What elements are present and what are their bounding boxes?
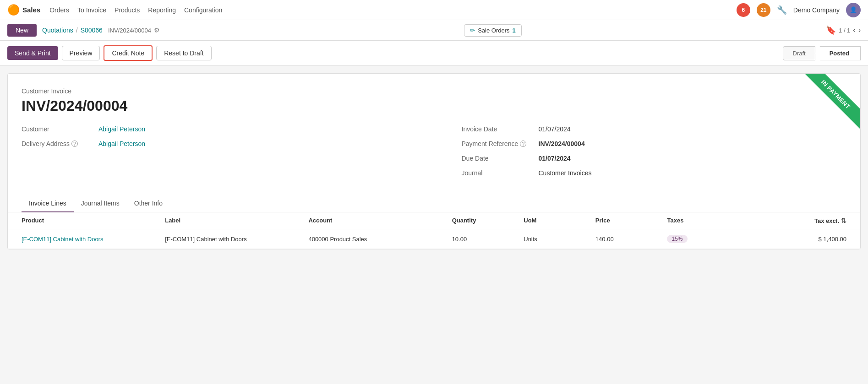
journal-field-row: Journal Customer Invoices xyxy=(462,169,847,177)
breadcrumb-quotations[interactable]: Quotations xyxy=(42,27,73,34)
credit-note-button[interactable]: Credit Note xyxy=(104,45,153,61)
status-posted[interactable]: Posted xyxy=(815,46,861,60)
nav-to-invoice[interactable]: To Invoice xyxy=(77,5,106,16)
right-fields: Invoice Date 01/07/2024 Payment Referenc… xyxy=(434,125,847,177)
reset-draft-button[interactable]: Reset to Draft xyxy=(156,46,211,60)
invoice-date-value: 01/07/2024 xyxy=(539,125,571,133)
tab-journal-items[interactable]: Journal Items xyxy=(74,195,127,212)
user-avatar[interactable]: 👤 xyxy=(846,3,861,17)
company-name: Demo Company xyxy=(793,6,840,14)
col-tax-excl: Tax excl. ⇅ xyxy=(739,217,846,224)
due-date-label: Due Date xyxy=(462,155,535,162)
due-date-value: 01/07/2024 xyxy=(539,155,571,162)
ribbon-text: IN PAYMENT xyxy=(801,74,860,129)
top-navigation: 🟠 Sales Orders To Invoice Products Repor… xyxy=(0,0,868,20)
notifications-count: 6 xyxy=(742,7,745,13)
customer-label: Customer xyxy=(22,125,95,133)
app-logo[interactable]: 🟠 Sales xyxy=(7,4,40,16)
payment-reference-value: INV/2024/00004 xyxy=(539,140,585,147)
col-uom: UoM xyxy=(524,217,595,224)
col-product: Product xyxy=(22,217,165,224)
journal-label: Journal xyxy=(462,169,535,177)
tabs: Invoice Lines Journal Items Other Info xyxy=(8,195,860,212)
table-row: [E-COM11] Cabinet with Doors [E-COM11] C… xyxy=(8,229,860,249)
notifications-icon[interactable]: 6 xyxy=(737,3,750,17)
tab-invoice-lines[interactable]: Invoice Lines xyxy=(22,195,74,212)
sale-orders-label: Sale Orders xyxy=(478,27,509,34)
invoice-fields: Customer Abigail Peterson Delivery Addre… xyxy=(22,125,846,177)
delivery-address-field-row: Delivery Address ? Abigail Peterson xyxy=(22,140,434,147)
customer-value[interactable]: Abigail Peterson xyxy=(98,125,145,133)
button-bar: Send & Print Preview Credit Note Reset t… xyxy=(0,41,868,66)
logo-icon: 🟠 xyxy=(7,4,20,16)
customer-field-row: Customer Abigail Peterson xyxy=(22,125,434,133)
main-content: IN PAYMENT Customer Invoice INV/2024/000… xyxy=(7,73,861,249)
status-flow: Draft Posted xyxy=(783,46,861,60)
delivery-address-label: Delivery Address ? xyxy=(22,140,95,147)
nav-right: 6 21 🔧 Demo Company 👤 xyxy=(737,3,861,17)
cell-quantity: 10.00 xyxy=(452,236,524,243)
payment-reference-label: Payment Reference ? xyxy=(462,140,535,147)
table-header: Product Label Account Quantity UoM Price… xyxy=(8,212,860,229)
nav-configuration[interactable]: Configuration xyxy=(184,5,222,16)
invoice-type-label: Customer Invoice xyxy=(22,87,846,95)
new-button[interactable]: New xyxy=(7,24,37,37)
cell-uom: Units xyxy=(524,236,595,243)
payment-ribbon: IN PAYMENT xyxy=(787,74,860,147)
cell-taxes: 15% xyxy=(667,235,739,243)
cell-product[interactable]: [E-COM11] Cabinet with Doors xyxy=(22,236,165,243)
invoice-number: INV/2024/00004 xyxy=(22,97,846,114)
due-date-field-row: Due Date 01/07/2024 xyxy=(462,155,847,162)
sort-icon[interactable]: ⇅ xyxy=(841,217,846,224)
tasks-icon[interactable]: 21 xyxy=(757,3,770,17)
sale-orders-button[interactable]: ✏ Sale Orders 1 xyxy=(464,24,522,37)
nav-products[interactable]: Products xyxy=(115,5,140,16)
send-print-button[interactable]: Send & Print xyxy=(7,46,58,60)
delivery-address-value[interactable]: Abigail Peterson xyxy=(98,140,145,147)
payment-ref-help-icon[interactable]: ? xyxy=(520,141,526,147)
journal-value: Customer Invoices xyxy=(539,169,592,177)
action-bar: New Quotations / S00066 INV/2024/00004 ⚙… xyxy=(0,20,868,41)
prev-page-button[interactable]: ‹ xyxy=(853,26,855,34)
breadcrumb-s00066[interactable]: S00066 xyxy=(81,27,103,34)
status-posted-container: Posted xyxy=(815,46,861,60)
gear-icon[interactable]: ⚙ xyxy=(154,27,160,34)
nav-reporting[interactable]: Reporting xyxy=(148,5,176,16)
sub-breadcrumb: INV/2024/00004 ⚙ xyxy=(108,27,160,34)
status-draft[interactable]: Draft xyxy=(783,46,815,60)
bookmark-icon[interactable]: 🔖 xyxy=(826,25,836,35)
tasks-count: 21 xyxy=(760,7,766,13)
tab-other-info[interactable]: Other Info xyxy=(127,195,170,212)
app-name: Sales xyxy=(22,6,40,14)
invoice-table: Product Label Account Quantity UoM Price… xyxy=(8,212,860,249)
col-quantity: Quantity xyxy=(452,217,524,224)
tax-badge: 15% xyxy=(667,235,687,243)
preview-button[interactable]: Preview xyxy=(62,46,100,60)
nav-links: Orders To Invoice Products Reporting Con… xyxy=(49,5,222,16)
cell-label: [E-COM11] Cabinet with Doors xyxy=(165,236,308,243)
invoice-date-label: Invoice Date xyxy=(462,125,535,133)
cell-price: 140.00 xyxy=(595,236,667,243)
breadcrumb: Quotations / S00066 xyxy=(42,27,103,34)
cell-account: 400000 Product Sales xyxy=(308,236,452,243)
col-price: Price xyxy=(595,217,667,224)
sale-orders-count: 1 xyxy=(513,27,516,34)
pagination: 🔖 1 / 1 ‹ › xyxy=(826,25,861,35)
cell-tax-excl: $ 1,400.00 xyxy=(739,236,846,243)
wrench-icon[interactable]: 🔧 xyxy=(777,5,787,15)
col-label: Label xyxy=(165,217,308,224)
left-fields: Customer Abigail Peterson Delivery Addre… xyxy=(22,125,434,177)
invoice-header: Customer Invoice INV/2024/00004 Customer… xyxy=(8,74,860,186)
col-account: Account xyxy=(308,217,452,224)
breadcrumb-invoice-num: INV/2024/00004 xyxy=(108,27,151,34)
delivery-address-help-icon[interactable]: ? xyxy=(71,141,78,147)
next-page-button[interactable]: › xyxy=(858,26,861,34)
center-actions: ✏ Sale Orders 1 xyxy=(464,24,522,37)
nav-orders[interactable]: Orders xyxy=(49,5,69,16)
col-taxes: Taxes xyxy=(667,217,739,224)
edit-icon: ✏ xyxy=(470,27,475,34)
pagination-text: 1 / 1 xyxy=(839,27,850,34)
